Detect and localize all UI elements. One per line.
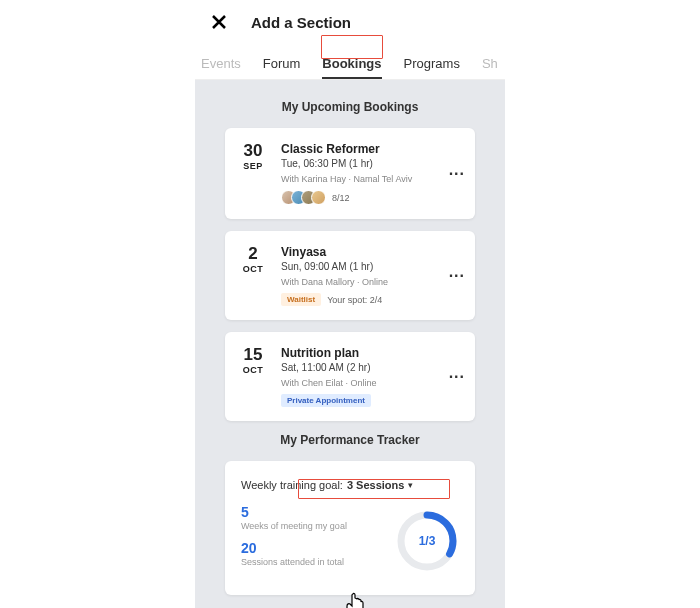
- attendee-avatars: [281, 190, 326, 205]
- booking-info: Vinyasa Sun, 09:00 AM (1 hr) With Dana M…: [281, 245, 463, 306]
- booking-meta: With Chen Eilat · Online: [281, 378, 463, 388]
- booking-title: Classic Reformer: [281, 142, 463, 156]
- progress-ring: 1/3: [395, 509, 459, 573]
- booking-card[interactable]: 2 OCT Vinyasa Sun, 09:00 AM (1 hr) With …: [225, 231, 475, 320]
- modal-title: Add a Section: [251, 14, 351, 31]
- booking-month: OCT: [237, 264, 269, 274]
- attendee-count: 8/12: [332, 193, 350, 203]
- more-icon[interactable]: ···: [449, 368, 465, 386]
- booking-date: 30 SEP: [237, 142, 269, 205]
- booking-info: Classic Reformer Tue, 06:30 PM (1 hr) Wi…: [281, 142, 463, 205]
- upcoming-bookings-title: My Upcoming Bookings: [225, 100, 475, 114]
- more-icon[interactable]: ···: [449, 165, 465, 183]
- tab-bookings[interactable]: Bookings: [322, 56, 381, 79]
- booking-title: Vinyasa: [281, 245, 463, 259]
- perf-stats: 5 Weeks of meeting my goal 20 Sessions a…: [241, 505, 385, 577]
- booking-time: Tue, 06:30 PM (1 hr): [281, 158, 463, 169]
- private-chip: Private Appointment: [281, 394, 371, 407]
- sessions-count: 20: [241, 541, 385, 555]
- performance-card[interactable]: Weekly training goal: 3 Sessions ▾ 5 Wee…: [225, 461, 475, 595]
- booking-card[interactable]: 30 SEP Classic Reformer Tue, 06:30 PM (1…: [225, 128, 475, 219]
- booking-info: Nutrition plan Sat, 11:00 AM (2 hr) With…: [281, 346, 463, 407]
- booking-day: 30: [237, 142, 269, 159]
- booking-date: 15 OCT: [237, 346, 269, 407]
- weekly-goal-selector[interactable]: Weekly training goal: 3 Sessions ▾: [241, 479, 459, 491]
- progress-label: 1/3: [395, 509, 459, 573]
- weeks-count: 5: [241, 505, 385, 519]
- booking-meta: With Karina Hay · Namal Tel Aviv: [281, 174, 463, 184]
- waitlist-chip: Waitlist: [281, 293, 321, 306]
- tab-programs[interactable]: Programs: [404, 56, 460, 79]
- weeks-label: Weeks of meeting my goal: [241, 521, 385, 531]
- content-area: My Upcoming Bookings 30 SEP Classic Refo…: [195, 80, 505, 608]
- tabs: Events Forum Bookings Programs Sh: [195, 50, 505, 80]
- goal-prefix: Weekly training goal:: [241, 479, 343, 491]
- close-icon[interactable]: [207, 10, 231, 34]
- waitlist-spot: Your spot: 2/4: [327, 295, 382, 305]
- booking-card[interactable]: 15 OCT Nutrition plan Sat, 11:00 AM (2 h…: [225, 332, 475, 421]
- booking-date: 2 OCT: [237, 245, 269, 306]
- booking-meta: With Dana Mallory · Online: [281, 277, 463, 287]
- booking-day: 2: [237, 245, 269, 262]
- booking-title: Nutrition plan: [281, 346, 463, 360]
- tab-shop[interactable]: Sh: [482, 56, 498, 79]
- booking-day: 15: [237, 346, 269, 363]
- add-section-modal: Add a Section Events Forum Bookings Prog…: [195, 0, 505, 608]
- booking-time: Sat, 11:00 AM (2 hr): [281, 362, 463, 373]
- booking-month: OCT: [237, 365, 269, 375]
- goal-value: 3 Sessions: [347, 479, 404, 491]
- performance-tracker-title: My Performance Tracker: [225, 433, 475, 447]
- avatar: [311, 190, 326, 205]
- tab-events[interactable]: Events: [201, 56, 241, 79]
- more-icon[interactable]: ···: [449, 267, 465, 285]
- chevron-down-icon: ▾: [408, 480, 413, 490]
- booking-month: SEP: [237, 161, 269, 171]
- tab-forum[interactable]: Forum: [263, 56, 301, 79]
- booking-time: Sun, 09:00 AM (1 hr): [281, 261, 463, 272]
- sessions-label: Sessions attended in total: [241, 557, 385, 567]
- modal-header: Add a Section: [195, 0, 505, 50]
